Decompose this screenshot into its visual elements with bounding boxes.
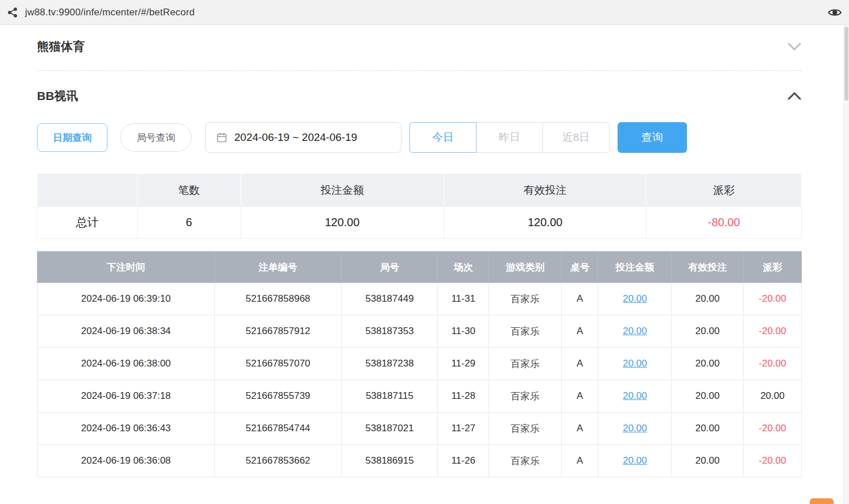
- summary-header-payout: 派彩: [647, 174, 802, 207]
- date-query-button[interactable]: 日期查询: [37, 123, 107, 152]
- table-no: A: [561, 283, 598, 315]
- summary-table: 笔数 投注金额 有效投注 派彩 总计 6 120.00 120.00 -80.0…: [37, 173, 802, 239]
- bet-amount-cell: 20.00: [598, 445, 672, 477]
- records-header-row: 下注时间 注单编号 局号 场次 游戏类别 桌号 投注金额 有效投注 派彩: [38, 252, 802, 283]
- table-row: 2024-06-19 06:36:43 521667854744 5381870…: [38, 413, 802, 445]
- quick-range-group: 今日 昨日 近8日: [409, 122, 610, 153]
- col-header-table-no: 桌号: [561, 252, 598, 283]
- table-row: 2024-06-19 06:36:08 521667853662 5381869…: [38, 445, 802, 477]
- bet-record-page: 熊猫体育 BB视讯 日期查询 局号查询 20: [0, 39, 849, 477]
- round-no: 538187115: [341, 380, 437, 413]
- order-no: 521667855739: [214, 380, 341, 413]
- date-range-input[interactable]: 2024-06-19 ~ 2024-06-19: [205, 122, 401, 153]
- summary-payout-value: -80.00: [647, 207, 802, 239]
- payout: 20.00: [743, 380, 801, 413]
- last-8-days-button[interactable]: 近8日: [542, 122, 610, 153]
- bet-amount-cell: 20.00: [598, 380, 672, 413]
- table-no: A: [561, 445, 598, 477]
- col-header-game-type: 游戏类别: [489, 252, 562, 283]
- summary-header-valid-bet: 有效投注: [444, 174, 647, 207]
- round-query-button[interactable]: 局号查询: [120, 123, 192, 152]
- summary-count-value: 6: [138, 207, 241, 239]
- summary-total-row: 总计 6 120.00 120.00 -80.00: [38, 207, 802, 239]
- valid-bet: 20.00: [672, 315, 743, 348]
- bet-amount-cell: 20.00: [598, 348, 672, 380]
- table-row: 2024-06-19 06:38:00 521667857070 5381872…: [38, 348, 802, 380]
- chevron-up-icon[interactable]: [787, 91, 802, 101]
- col-header-bet-time: 下注时间: [38, 252, 215, 283]
- summary-header-blank: [38, 174, 138, 207]
- section-panda-sports[interactable]: 熊猫体育: [37, 39, 802, 70]
- game-type: 百家乐: [489, 315, 562, 348]
- date-range-value: 2024-06-19 ~ 2024-06-19: [234, 131, 357, 144]
- share-icon[interactable]: [7, 7, 18, 18]
- session: 11-31: [438, 283, 489, 315]
- round-no: 538186915: [341, 445, 437, 477]
- bet-amount-link[interactable]: 20.00: [623, 326, 647, 336]
- section-divider: [37, 70, 802, 71]
- scrollbar-track[interactable]: [843, 25, 849, 504]
- payout: -20.00: [743, 445, 801, 477]
- col-header-valid-bet: 有效投注: [672, 252, 743, 283]
- bet-amount-cell: 20.00: [598, 283, 672, 315]
- summary-total-label: 总计: [38, 207, 138, 239]
- payout: -20.00: [743, 413, 801, 445]
- game-type: 百家乐: [489, 283, 562, 315]
- table-no: A: [561, 315, 598, 348]
- bet-time: 2024-06-19 06:38:34: [38, 315, 215, 348]
- valid-bet: 20.00: [672, 413, 743, 445]
- address-bar[interactable]: jw88.tv:9900/infe/mcenter/#/betRecord: [25, 7, 194, 18]
- floating-service-button[interactable]: [810, 498, 834, 504]
- summary-header-row: 笔数 投注金额 有效投注 派彩: [38, 174, 802, 207]
- round-no: 538187449: [341, 283, 437, 315]
- table-row: 2024-06-19 06:37:18 521667855739 5381871…: [38, 380, 802, 413]
- order-no: 521667854744: [214, 413, 341, 445]
- chevron-down-icon[interactable]: [787, 42, 802, 51]
- bet-amount-cell: 20.00: [598, 413, 672, 445]
- summary-header-count: 笔数: [138, 174, 241, 207]
- filter-row: 日期查询 局号查询 2024-06-19 ~ 2024-06-19 今日 昨日 …: [37, 122, 802, 153]
- search-button[interactable]: 查询: [618, 122, 687, 153]
- eye-icon[interactable]: [827, 7, 842, 18]
- session: 11-28: [438, 380, 489, 413]
- url-bar: jw88.tv:9900/infe/mcenter/#/betRecord: [0, 0, 849, 25]
- valid-bet: 20.00: [672, 283, 743, 315]
- yesterday-button[interactable]: 昨日: [476, 122, 543, 153]
- game-type: 百家乐: [489, 445, 562, 477]
- table-no: A: [561, 348, 598, 380]
- summary-valid-bet-value: 120.00: [444, 207, 647, 239]
- valid-bet: 20.00: [672, 348, 743, 380]
- bet-amount-link[interactable]: 20.00: [623, 358, 647, 369]
- round-no: 538187021: [341, 413, 437, 445]
- bet-amount-link[interactable]: 20.00: [623, 455, 647, 466]
- scrollbar-thumb[interactable]: [844, 27, 848, 101]
- summary-bet-amount-value: 120.00: [241, 207, 444, 239]
- valid-bet: 20.00: [672, 445, 743, 477]
- round-no: 538187353: [341, 315, 437, 348]
- table-row: 2024-06-19 06:38:34 521667857912 5381873…: [38, 315, 802, 348]
- bet-time: 2024-06-19 06:36:43: [38, 413, 215, 445]
- round-no: 538187238: [341, 348, 437, 380]
- session: 11-29: [438, 348, 489, 380]
- col-header-round-no: 局号: [341, 252, 437, 283]
- game-type: 百家乐: [489, 348, 562, 380]
- calendar-icon: [216, 132, 227, 143]
- bet-time: 2024-06-19 06:36:08: [38, 445, 215, 477]
- bet-amount-link[interactable]: 20.00: [623, 293, 647, 304]
- session: 11-27: [438, 413, 489, 445]
- bb-video-title: BB视讯: [37, 88, 78, 104]
- bet-amount-link[interactable]: 20.00: [623, 423, 647, 434]
- order-no: 521667858968: [214, 283, 341, 315]
- panda-sports-title: 熊猫体育: [37, 39, 85, 55]
- bet-amount-cell: 20.00: [598, 315, 672, 348]
- table-no: A: [561, 413, 598, 445]
- bet-time: 2024-06-19 06:38:00: [38, 348, 215, 380]
- today-button[interactable]: 今日: [409, 122, 477, 153]
- game-type: 百家乐: [489, 380, 562, 413]
- table-row: 2024-06-19 06:39:10 521667858968 5381874…: [38, 283, 802, 315]
- col-header-payout: 派彩: [743, 252, 801, 283]
- session: 11-30: [438, 315, 489, 348]
- bet-amount-link[interactable]: 20.00: [623, 390, 647, 401]
- payout: -20.00: [743, 348, 801, 380]
- section-bb-video[interactable]: BB视讯: [37, 88, 802, 104]
